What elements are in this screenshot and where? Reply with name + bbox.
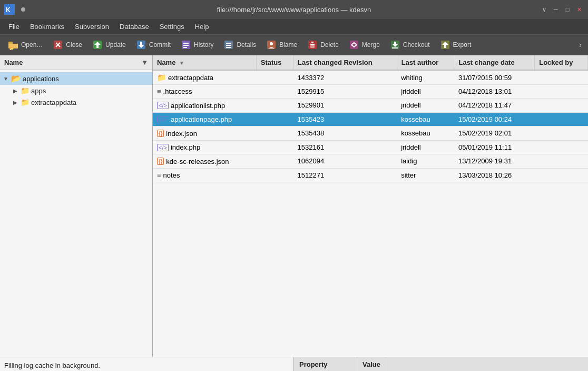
svg-point-2 — [21, 7, 25, 12]
table-row[interactable]: ≡ notes 1512271 sitter 13/03/2018 10:26 — [153, 168, 588, 182]
table-row[interactable]: </> applicationpage.php 1535423 kossebau… — [153, 112, 588, 126]
left-panel: Name ▼ ▼ 📂 applications ▶ 📁 apps ▶ 📁 ext… — [0, 55, 153, 357]
property-col-property: Property — [294, 357, 357, 371]
cell-date: 04/12/2018 13:01 — [454, 85, 535, 99]
tree-header-label: Name — [4, 58, 23, 66]
svg-rect-27 — [350, 41, 358, 49]
col-author[interactable]: Last author — [397, 55, 454, 70]
cell-status — [256, 140, 293, 154]
cell-name: </> index.php — [153, 140, 256, 154]
history-button[interactable]: History — [176, 37, 218, 53]
close-file-button[interactable]: Close — [48, 37, 86, 53]
cell-date: 13/12/2009 19:31 — [454, 154, 535, 169]
svg-point-22 — [270, 42, 273, 45]
col-date[interactable]: Last change date — [454, 55, 535, 70]
svg-rect-24 — [310, 44, 315, 45]
cell-name: </> applicationpage.php — [153, 112, 256, 126]
window-controls: ∨ ─ □ ✕ — [540, 5, 584, 14]
merge-button[interactable]: Merge — [344, 37, 384, 53]
open-button[interactable]: 📂 Open… — [3, 37, 47, 53]
col-status[interactable]: Status — [256, 55, 293, 70]
cell-status — [256, 154, 293, 169]
folder-closed-icon-extractappdata: 📁 — [21, 98, 30, 106]
titlebar: K file:///home/jr/src/www/www/applicatio… — [0, 0, 588, 19]
tree-label-applications: applications — [23, 75, 59, 83]
tree-item-extractappdata[interactable]: ▶ 📁 extractappdata — [0, 96, 152, 108]
blame-button[interactable]: Blame — [261, 37, 301, 53]
svg-rect-15 — [183, 45, 189, 46]
tree-toggle-extractappdata[interactable]: ▶ — [12, 99, 19, 106]
commit-button[interactable]: Commit — [131, 37, 175, 53]
commit-icon — [135, 39, 147, 51]
cell-date: 15/02/2019 00:24 — [454, 112, 535, 126]
app-icon: K — [4, 4, 15, 15]
tree-item-apps[interactable]: ▶ 📁 apps — [0, 85, 152, 96]
cell-revision: 1532161 — [293, 140, 397, 154]
tree-item-applications[interactable]: ▼ 📂 applications — [0, 72, 152, 85]
main-content: Name ▼ ▼ 📂 applications ▶ 📁 apps ▶ 📁 ext… — [0, 55, 588, 357]
update-button[interactable]: Update — [87, 37, 130, 53]
table-row[interactable]: </> applicationlist.php 1529901 jriddell… — [153, 99, 588, 113]
toolbar: 📂 Open… Close Update — [0, 35, 588, 55]
titlebar-left: K — [4, 4, 28, 15]
cell-revision: 1512271 — [293, 168, 397, 182]
open-icon: 📂 — [7, 39, 19, 51]
col-name[interactable]: Name ▼ — [153, 55, 256, 70]
maximize-button[interactable]: □ — [563, 5, 572, 14]
toolbar-more-button[interactable]: › — [576, 38, 585, 51]
details-icon — [223, 39, 234, 51]
col-revision[interactable]: Last changed Revision — [293, 55, 397, 70]
menu-database[interactable]: Database — [115, 21, 153, 32]
table-row[interactable]: </> index.php 1532161 jriddell 05/01/201… — [153, 140, 588, 154]
cell-revision: 1529915 — [293, 85, 397, 99]
tree-toggle-applications[interactable]: ▼ — [2, 75, 9, 82]
cell-revision: 1433372 — [293, 70, 397, 85]
menubar: File Bookmarks Subversion Database Setti… — [0, 19, 588, 35]
tree-header: Name ▼ — [0, 55, 152, 70]
history-icon — [180, 39, 192, 51]
menu-file[interactable]: File — [4, 21, 24, 32]
cell-author: laidig — [397, 154, 454, 169]
minimize-button[interactable]: ─ — [551, 5, 561, 14]
checkout-button[interactable]: Checkout — [385, 37, 434, 53]
cell-revision: 1529901 — [293, 99, 397, 113]
update-icon — [92, 39, 103, 51]
file-table-body: 📁 extractappdata 1433372 whiting 31/07/2… — [153, 70, 588, 182]
tree-body: ▼ 📂 applications ▶ 📁 apps ▶ 📁 extractapp… — [0, 70, 152, 357]
cell-date: 04/12/2018 11:47 — [454, 99, 535, 113]
delete-button[interactable]: Delete — [302, 37, 343, 53]
cell-name: {} index.json — [153, 126, 256, 141]
cell-status — [256, 99, 293, 113]
table-row[interactable]: {} index.json 1535438 kossebau 15/02/201… — [153, 126, 588, 141]
svg-rect-30 — [392, 47, 398, 48]
cell-status — [256, 168, 293, 182]
tree-label-extractappdata: extractappdata — [31, 99, 76, 106]
svg-rect-16 — [183, 47, 187, 48]
pin-icon[interactable] — [18, 4, 28, 15]
tree-toggle-apps[interactable]: ▶ — [12, 87, 19, 94]
details-button[interactable]: Details — [219, 37, 260, 53]
col-locked[interactable]: Locked by — [535, 55, 588, 70]
cell-revision: 1535438 — [293, 126, 397, 141]
table-row[interactable]: ≡ .htaccess 1529915 jriddell 04/12/2018 … — [153, 85, 588, 99]
svg-rect-19 — [226, 45, 231, 46]
property-table-header: Property Value — [294, 357, 588, 371]
cell-name: ≡ .htaccess — [153, 85, 256, 99]
cell-locked — [535, 168, 588, 182]
cell-name: {} kde-sc-releases.json — [153, 154, 256, 169]
merge-icon — [348, 39, 360, 51]
table-row[interactable]: 📁 extractappdata 1433372 whiting 31/07/2… — [153, 70, 588, 85]
collapse-button[interactable]: ∨ — [540, 5, 549, 14]
menu-settings[interactable]: Settings — [155, 21, 189, 32]
cell-name: 📁 extractappdata — [153, 70, 256, 85]
close-button[interactable]: ✕ — [574, 5, 584, 14]
table-row[interactable]: {} kde-sc-releases.json 1062094 laidig 1… — [153, 154, 588, 169]
export-button[interactable]: Export — [435, 37, 476, 53]
tree-header-dropdown[interactable]: ▼ — [141, 58, 148, 66]
menu-help[interactable]: Help — [191, 21, 213, 32]
cell-locked — [535, 112, 588, 126]
svg-rect-14 — [183, 43, 189, 44]
menu-bookmarks[interactable]: Bookmarks — [26, 21, 68, 32]
menu-subversion[interactable]: Subversion — [71, 21, 113, 32]
svg-rect-18 — [226, 43, 231, 44]
